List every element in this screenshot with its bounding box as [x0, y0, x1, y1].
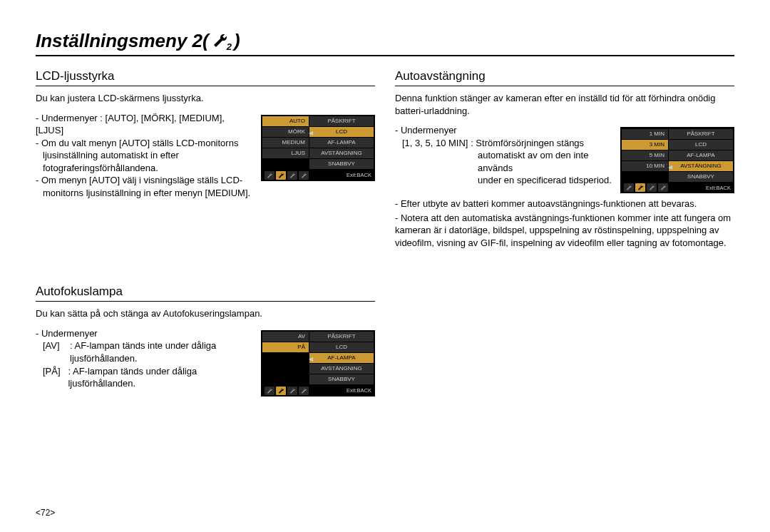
tab-icons	[265, 171, 309, 180]
tab-icons	[265, 387, 309, 395]
page-title-row: Inställningsmeny 2( 2 )	[36, 30, 734, 56]
af-intro: Du kan sätta på och stänga av Autofokuse…	[36, 307, 375, 320]
lcd-intro: Du kan justera LCD-skärmens ljusstyrka.	[36, 92, 375, 105]
lcd-bullets: - Undermenyer : [AUTO], [MÖRK], [MEDIUM]…	[36, 112, 254, 200]
page-number: <72>	[36, 508, 55, 518]
auto-b2: - Efter utbyte av batteri kommer autoavs…	[395, 198, 734, 210]
af-menu-screenshot: AVPÅSKRIFT PÅLCD ◀AF-LAMPA AVSTÄNGNING S…	[261, 330, 375, 397]
wrench-icon: 2	[212, 30, 234, 52]
af-bullets: - Undermenyer [AV]: AF-lampan tänds inte…	[36, 327, 254, 390]
page-title: Inställningsmeny 2(	[36, 30, 209, 52]
auto-menu-screenshot: 1 MINPÅSKRIFT 3 MINLCD 5 MINAF-LAMPA 10 …	[620, 127, 734, 193]
lcd-heading: LCD-ljusstyrka	[36, 69, 375, 86]
page-title-close: )	[234, 30, 240, 52]
lcd-menu-screenshot: AUTOPÅSKRIFT MÖRK◀LCD MEDIUMAF-LAMPA LJU…	[261, 115, 375, 181]
af-heading: Autofokuslampa	[36, 285, 375, 302]
tab-icons	[624, 183, 668, 192]
auto-b3: - Notera att den automatiska avstängning…	[395, 212, 734, 250]
auto-heading: Autoavstängning	[395, 69, 734, 86]
auto-intro: Denna funktion stänger av kameran efter …	[395, 92, 734, 117]
auto-sub: - Undermenyer [1, 3, 5, 10 MIN] : Strömf…	[395, 124, 613, 187]
